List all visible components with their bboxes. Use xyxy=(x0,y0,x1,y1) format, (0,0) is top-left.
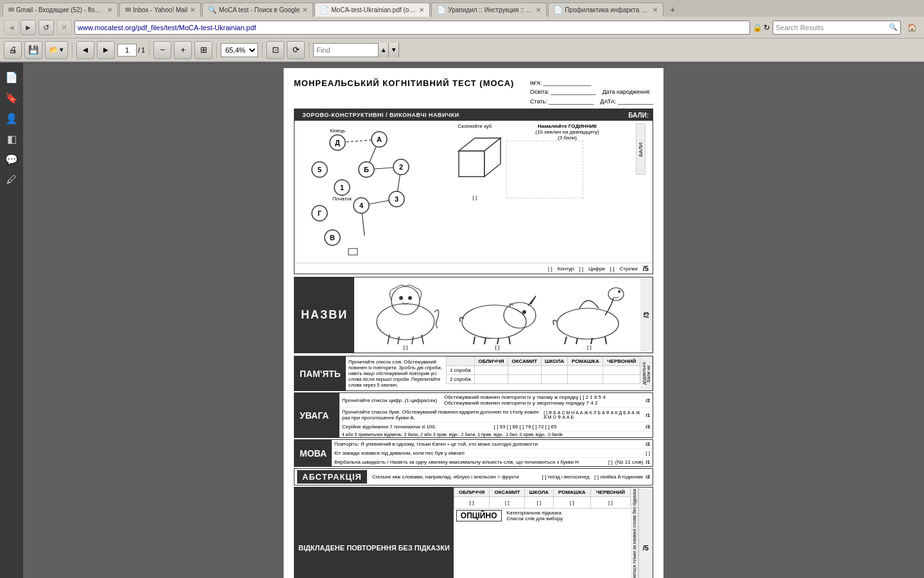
svg-text:Кінець: Кінець xyxy=(330,128,345,134)
home-button[interactable]: 🏠 xyxy=(903,19,920,36)
tab-close[interactable]: ✕ xyxy=(302,6,307,13)
tab-close[interactable]: ✕ xyxy=(419,6,424,13)
find-box[interactable]: ▲ ▼ xyxy=(313,43,399,57)
naming-section: НАЗВИ xyxy=(294,277,653,353)
search-placeholder: Search Results xyxy=(776,24,887,31)
copy-label: Скопіюйте куб xyxy=(458,123,492,129)
visuo-score2: Цифри xyxy=(588,266,605,272)
mem-col-school: ШКОЛА xyxy=(541,357,568,366)
sidebar-icon-comment[interactable]: 💬 xyxy=(4,152,19,167)
svg-line-44 xyxy=(484,338,486,344)
tab-yahoo[interactable]: ✉ Inbox - Yahoo! Mail ✕ xyxy=(119,3,201,17)
svg-point-42 xyxy=(522,310,526,314)
visuo-scores-column: БАЛИ: xyxy=(631,123,650,175)
address-bar[interactable]: www.mocatest.org/pdf_files/test/MoCA-tes… xyxy=(74,21,750,35)
sidebar-icon-page[interactable]: 📄 xyxy=(4,69,19,85)
stop-button[interactable]: ✕ xyxy=(56,20,72,35)
tab-close[interactable]: ✕ xyxy=(653,6,658,13)
find-input[interactable] xyxy=(314,46,378,54)
naming-header: НАЗВИ xyxy=(295,277,354,353)
abstract-item1: [ ] поїзд і велосипед xyxy=(542,474,590,480)
attn-backward: Обстежуваний повинен повторити їх у звор… xyxy=(444,400,643,406)
forward-button[interactable]: ► xyxy=(21,20,36,35)
delayed-section: ВІДКЛАДЕНЕ ПОВТОРЕННЯ БЕЗ ПІДКАЗКИ ОБЛИЧ… xyxy=(294,487,653,578)
fit-page-button[interactable]: ⊡ xyxy=(266,41,284,59)
reload-button[interactable]: ↺ xyxy=(38,20,54,35)
pdf-toolbar: 🖨 💾 📂▾ ◄ ► / 1 − + ⊞ 65,4% 50% 75% 100% … xyxy=(0,39,924,62)
memory-section: ПАМ'ЯТЬ Прочитайте список слів. Обстежув… xyxy=(294,356,653,391)
lang-box3: [ ] xyxy=(608,459,613,465)
tab-pdf-active[interactable]: 📄 MoCA-test-Ukrainian.pdf (объект ... ✕ xyxy=(314,3,430,17)
open-icon: 📂 xyxy=(49,46,58,54)
delayed-col-red: ЧЕРВОНИЙ xyxy=(591,488,631,497)
svg-text:5: 5 xyxy=(318,166,321,173)
memory-row-1: 1 спроба xyxy=(446,366,640,375)
new-tab-button[interactable]: + xyxy=(665,3,680,17)
lang-score3: /1 xyxy=(646,459,650,465)
prev-page-button[interactable]: ◄ xyxy=(76,41,94,59)
open-menu-button[interactable]: 📂▾ xyxy=(45,41,68,59)
delayed-table: ОБЛИЧЧЯ ОКСАМИТ ШКОЛА РОМАШКА ЧЕРВОНИЙ [… xyxy=(454,487,631,509)
sidebar-icon-layers[interactable]: ◧ xyxy=(4,131,19,146)
refresh-icon[interactable]: ↻ xyxy=(764,23,770,32)
rotate-button[interactable]: ⟳ xyxy=(287,41,305,59)
svg-text:2: 2 xyxy=(399,163,403,171)
svg-line-37 xyxy=(398,337,399,344)
page-input[interactable] xyxy=(117,44,137,57)
lang-row2: Кіт завжди ховався під диваном, коли пес… xyxy=(332,449,653,458)
clock-sub2: (3 бали) xyxy=(506,135,628,141)
clock-sub: (10 хвилин на дванадцяту) xyxy=(506,129,628,135)
zoom-out-button[interactable]: − xyxy=(153,41,171,59)
search-icon[interactable]: 🔍 xyxy=(889,23,898,31)
tab-urapidil[interactable]: 📄 Урапидил :: Инструкция :: Описа... ✕ xyxy=(431,3,547,17)
svg-text:3: 3 xyxy=(395,195,398,203)
svg-point-49 xyxy=(618,290,620,293)
tab-close[interactable]: ✕ xyxy=(190,6,195,13)
back-button[interactable]: ◄ xyxy=(4,20,19,35)
sidebar-icon-user[interactable]: 👤 xyxy=(4,110,19,126)
separator xyxy=(72,42,73,58)
save-button[interactable]: 💾 xyxy=(24,41,42,59)
visuo-total: /5 xyxy=(643,265,649,272)
clock-drawing-area xyxy=(506,141,583,198)
attn-serial-note: 4 або 5 правильних відімень: 3 бали, 2 а… xyxy=(339,432,653,437)
tab-label: MoCA-test-Ukrainian.pdf (объект ... xyxy=(331,6,416,13)
visuo-score3: Стрілки xyxy=(620,266,638,272)
find-next-button[interactable]: ▼ xyxy=(388,43,398,57)
camel-box: [ ] xyxy=(587,344,592,350)
zoom-in-button[interactable]: + xyxy=(174,41,192,59)
tab-health[interactable]: 📄 Профилактика инфаркта и инсул... ✕ xyxy=(548,3,663,17)
find-prev-button[interactable]: ▲ xyxy=(378,43,388,57)
tab-google[interactable]: 🔍 MoCA test - Поиск в Google ✕ xyxy=(202,3,313,17)
zoom-fit-button[interactable]: ⊞ xyxy=(194,41,212,59)
print-button[interactable]: 🖨 xyxy=(4,41,22,59)
tab-close[interactable]: ✕ xyxy=(107,6,112,13)
svg-text:4: 4 xyxy=(359,202,364,209)
svg-text:Початок: Початок xyxy=(332,196,352,202)
attn-letters-instruction: Прочитайте список букв. Обстежуваний пов… xyxy=(342,409,541,421)
sidebar-icon-bookmark[interactable]: 🔖 xyxy=(4,90,19,105)
memory-table: ОБЛИЧЧЯ ОКСАМИТ ШКОЛА РОМАШКА ЧЕРВОНИЙ 1… xyxy=(446,356,640,384)
abstraction-header: АБСТРАКЦІЯ xyxy=(297,470,367,484)
tab-gmail[interactable]: ✉ Gmail - Входящие (52) - flomin.yur... … xyxy=(3,3,118,17)
tab-close[interactable]: ✕ xyxy=(536,6,541,13)
category-hint: Категоріальна підказка Список слів для в… xyxy=(507,510,563,521)
svg-line-43 xyxy=(474,337,475,344)
visuo-box3: [ ] xyxy=(610,266,615,272)
zoom-select[interactable]: 65,4% 50% 75% 100% xyxy=(221,43,258,57)
sidebar-icon-edit[interactable]: 🖊 xyxy=(4,172,19,188)
language-section: МОВА Повторіть: Я упевнений в одному, ті… xyxy=(294,439,653,467)
attn-score2: /1 xyxy=(646,412,650,418)
rhino-box: [ ] xyxy=(495,344,500,350)
optional-label: ОПЦІЙНО xyxy=(456,510,502,521)
attn-score3: /3 xyxy=(646,424,650,430)
header-edu: Освіта: ______________ Дата народження: xyxy=(530,87,653,96)
mem-col-daisy: РОМАШКА xyxy=(568,357,603,366)
rhino-svg xyxy=(452,280,542,344)
connect-dots-area: Д Кінець А 5 Б 2 xyxy=(297,123,443,260)
svg-text:Б: Б xyxy=(364,166,369,173)
lion-svg xyxy=(361,280,450,344)
next-page-button[interactable]: ► xyxy=(97,41,115,59)
camel-container: [ ] xyxy=(544,280,634,350)
search-bar[interactable]: Search Results 🔍 xyxy=(773,21,901,35)
